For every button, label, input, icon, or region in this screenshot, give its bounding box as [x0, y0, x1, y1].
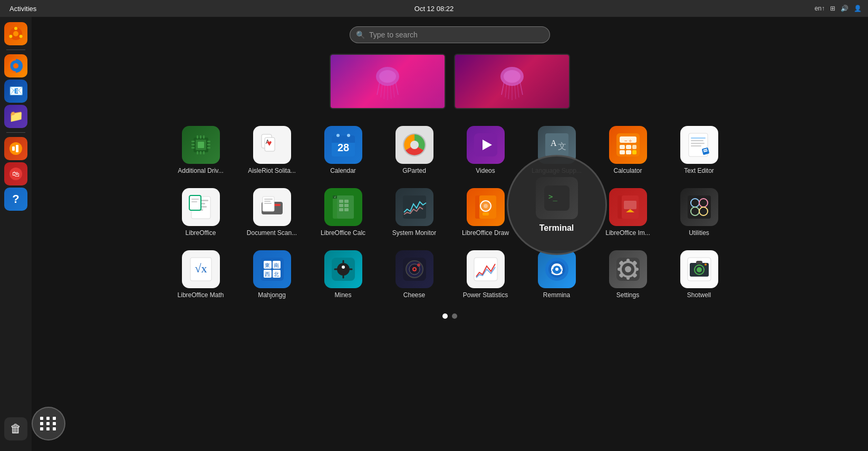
app-icon-utilities: [680, 188, 718, 226]
app-icon-videos: [467, 126, 505, 164]
app-label-calculator: Calculator: [613, 167, 642, 174]
svg-rect-152: [626, 276, 630, 280]
dock-item-appstore[interactable]: 🛍: [4, 162, 27, 185]
svg-text:√: √: [334, 195, 335, 199]
app-item-power-statistics[interactable]: Power Statistics: [451, 246, 520, 303]
svg-rect-44: [203, 151, 205, 154]
topbar-left: Activities: [6, 4, 40, 14]
svg-text:南: 南: [274, 262, 279, 268]
svg-line-25: [508, 84, 509, 99]
app-item-system-monitor[interactable]: System Monitor: [380, 184, 449, 241]
app-icon-libreoffice-impress: [609, 188, 647, 226]
svg-text:東: 東: [265, 262, 270, 268]
terminal-spotlight-icon: >_: [536, 177, 578, 219]
svg-point-3: [20, 35, 23, 38]
grid-dot: [40, 427, 43, 430]
svg-point-1: [13, 31, 18, 36]
svg-line-19: [393, 83, 394, 97]
svg-line-27: [515, 84, 516, 99]
dock-item-ubuntu[interactable]: [4, 22, 27, 45]
svg-point-150: [625, 266, 631, 272]
svg-rect-153: [618, 268, 622, 271]
svg-point-164: [705, 263, 707, 266]
keyboard-layout-indicator[interactable]: en↑: [815, 5, 825, 12]
show-apps-button[interactable]: [32, 407, 65, 440]
page-dots: [442, 313, 457, 319]
svg-point-162: [697, 267, 702, 272]
grid-dot: [40, 417, 43, 420]
app-label-utilities: Utilities: [689, 229, 709, 237]
svg-rect-86: [191, 201, 197, 202]
app-label-libreoffice-math: LibreOffice Math: [178, 291, 224, 299]
app-item-libreoffice-math[interactable]: √x LibreOffice Math: [167, 246, 235, 303]
svg-point-4: [9, 35, 12, 38]
app-item-gparted[interactable]: GParted: [380, 122, 449, 179]
dock-item-files[interactable]: 📁: [4, 105, 27, 128]
dock-item-thunderbird[interactable]: 📧: [4, 80, 27, 103]
app-item-additional-drivers[interactable]: Additional Driv...: [167, 122, 235, 179]
search-input[interactable]: [350, 26, 550, 43]
app-item-libreoffice-calc[interactable]: √ LibreOffice Calc: [309, 184, 378, 241]
svg-text:文: 文: [558, 142, 566, 151]
svg-rect-102: [403, 195, 426, 219]
svg-rect-75: [691, 145, 701, 146]
app-item-utilities[interactable]: Utilities: [665, 184, 734, 241]
svg-rect-65: [620, 145, 625, 149]
svg-rect-70: [632, 150, 636, 154]
app-icon-settings: [609, 250, 647, 288]
dock-item-help[interactable]: ?: [4, 188, 27, 211]
svg-rect-40: [200, 135, 201, 139]
app-label-cheese: Cheese: [403, 291, 425, 299]
app-label-libreoffice-calc: LibreOffice Calc: [321, 229, 365, 237]
app-item-aisleriot[interactable]: A ♥ AisleRiot Solita...: [238, 122, 306, 179]
app-item-libreoffice[interactable]: LibreOffice: [167, 184, 235, 241]
dock-divider-2: [6, 132, 25, 133]
svg-text:♥: ♥: [267, 139, 272, 148]
volume-icon[interactable]: 🔊: [841, 5, 848, 12]
dock-divider-1: [6, 50, 25, 50]
svg-point-147: [555, 268, 558, 271]
svg-rect-99: [339, 208, 343, 211]
window-preview-1[interactable]: [330, 54, 446, 109]
svg-rect-8: [12, 146, 15, 151]
svg-rect-96: [344, 200, 349, 203]
page-dot-1[interactable]: [442, 313, 448, 319]
search-container: 🔍: [350, 26, 550, 43]
svg-rect-9: [16, 145, 18, 152]
app-item-settings[interactable]: Settings: [594, 246, 662, 303]
svg-rect-72: [691, 138, 706, 139]
svg-rect-35: [191, 147, 195, 149]
app-item-mines[interactable]: Mines: [309, 246, 378, 303]
app-item-mahjongg[interactable]: 東 南 西 北 Mahjongg: [238, 246, 306, 303]
svg-point-52: [336, 134, 340, 137]
svg-rect-151: [626, 259, 630, 263]
svg-line-16: [384, 84, 385, 99]
activities-button[interactable]: Activities: [6, 4, 40, 14]
svg-point-131: [337, 263, 350, 276]
app-item-calculator[interactable]: − ÷ Calculator: [594, 122, 662, 179]
app-item-terminal[interactable]: >_ Terminal: [523, 184, 591, 241]
app-item-text-editor[interactable]: Text Editor: [665, 122, 734, 179]
app-icon-aisleriot: A ♥: [253, 126, 291, 164]
network-icon[interactable]: ⊞: [830, 5, 835, 12]
svg-rect-163: [696, 261, 702, 264]
app-item-calendar[interactable]: 28 Calendar: [309, 122, 378, 179]
app-label-videos: Videos: [476, 167, 495, 174]
app-item-document-scanner[interactable]: Document Scan...: [238, 184, 306, 241]
app-icon-shotwell: [680, 250, 718, 288]
svg-rect-67: [632, 145, 636, 149]
app-icon-text-editor: [680, 126, 718, 164]
dock-item-firefox[interactable]: [4, 54, 27, 77]
app-item-shotwell[interactable]: Shotwell: [665, 246, 734, 303]
window-preview-2[interactable]: [454, 54, 570, 109]
dock-item-sound[interactable]: [4, 137, 27, 160]
app-label-mines: Mines: [334, 291, 351, 299]
app-item-videos[interactable]: Videos: [451, 122, 520, 179]
svg-rect-36: [207, 141, 210, 142]
app-item-cheese[interactable]: Cheese: [380, 246, 449, 303]
page-dot-2[interactable]: [452, 313, 457, 319]
grid-dot: [46, 422, 50, 425]
dock-item-trash[interactable]: 🗑: [4, 417, 27, 440]
user-menu-icon[interactable]: 👤: [854, 5, 862, 12]
app-grid: Additional Driv... A ♥ AisleRiot Solita.…: [156, 122, 744, 303]
